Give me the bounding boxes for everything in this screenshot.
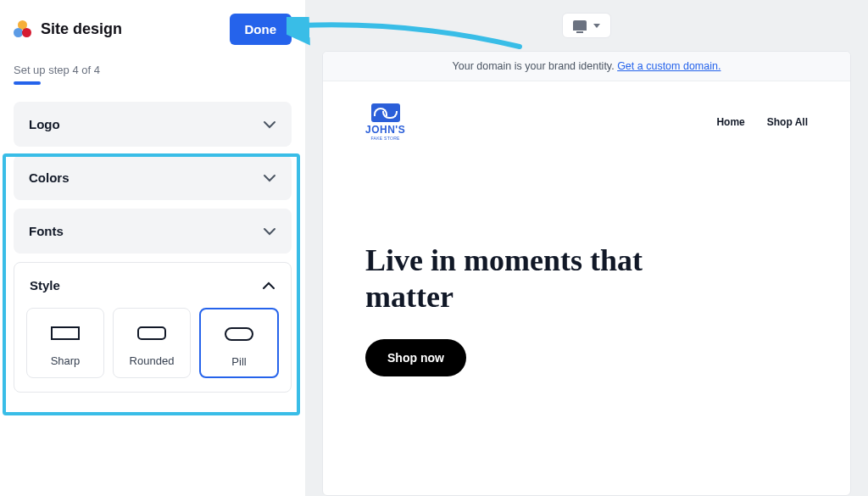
shop-now-button[interactable]: Shop now bbox=[365, 339, 466, 376]
design-sidebar: Site design Done Set up step 4 of 4 Logo… bbox=[0, 0, 305, 496]
setup-progress-fill bbox=[14, 81, 41, 85]
style-options: Sharp Rounded Pill bbox=[14, 308, 291, 392]
style-name-rounded: Rounded bbox=[114, 354, 190, 367]
style-option-sharp[interactable]: Sharp bbox=[26, 308, 104, 378]
desktop-icon bbox=[573, 20, 587, 31]
site-name: JOHN'S bbox=[365, 124, 405, 136]
site-body: JOHN'S FAKE STORE Home Shop All Live in … bbox=[323, 81, 850, 495]
style-preview-pill-icon bbox=[201, 321, 277, 347]
setup-step-wrap: Set up step 4 of 4 bbox=[14, 64, 292, 85]
site-logo[interactable]: JOHN'S FAKE STORE bbox=[365, 103, 405, 141]
style-name-pill: Pill bbox=[201, 355, 277, 368]
setup-progress-bar bbox=[14, 81, 292, 85]
style-preview-rounded-icon bbox=[114, 320, 190, 346]
caret-down-icon bbox=[593, 24, 600, 28]
style-option-rounded[interactable]: Rounded bbox=[113, 308, 191, 378]
site-preview-frame: Your domain is your brand identity. Get … bbox=[322, 51, 851, 496]
chevron-down-icon bbox=[263, 227, 276, 236]
hero-title: Live in moments that matter bbox=[365, 242, 730, 315]
style-preview-sharp-icon bbox=[27, 320, 103, 346]
done-button[interactable]: Done bbox=[230, 14, 292, 45]
accordion-label-style: Style bbox=[30, 278, 60, 293]
accordion-item-colors[interactable]: Colors bbox=[14, 155, 292, 200]
nav-shop-all[interactable]: Shop All bbox=[767, 116, 808, 128]
get-domain-link[interactable]: Get a custom domain. bbox=[617, 60, 721, 72]
chevron-down-icon bbox=[263, 120, 276, 129]
page-title: Site design bbox=[41, 20, 122, 38]
sidebar-title-wrap: Site design bbox=[14, 20, 122, 39]
style-option-pill[interactable]: Pill bbox=[199, 308, 279, 378]
setup-step-text: Set up step 4 of 4 bbox=[14, 64, 292, 76]
preview-panel: Your domain is your brand identity. Get … bbox=[305, 0, 868, 496]
chevron-down-icon bbox=[263, 174, 276, 182]
app-logo-icon bbox=[14, 20, 32, 39]
accordion-item-fonts[interactable]: Fonts bbox=[14, 209, 292, 254]
sidebar-header: Site design Done bbox=[14, 14, 292, 59]
nav-home[interactable]: Home bbox=[716, 116, 744, 128]
accordion-label-colors: Colors bbox=[29, 170, 70, 185]
design-accordion: Logo Colors Fonts Style bbox=[14, 102, 292, 393]
site-tagline: FAKE STORE bbox=[370, 136, 399, 141]
chevron-up-icon bbox=[262, 281, 275, 290]
domain-banner-text: Your domain is your brand identity. bbox=[453, 60, 618, 72]
domain-banner: Your domain is your brand identity. Get … bbox=[323, 52, 850, 81]
accordion-label-logo: Logo bbox=[29, 117, 60, 131]
accordion-item-logo[interactable]: Logo bbox=[14, 102, 292, 147]
accordion-label-fonts: Fonts bbox=[29, 224, 64, 238]
accordion-head-style[interactable]: Style bbox=[14, 263, 291, 308]
site-nav: Home Shop All bbox=[716, 116, 808, 128]
accordion-item-style: Style Sharp Rounded Pill bbox=[14, 262, 292, 393]
viewport-bar bbox=[305, 0, 868, 51]
site-header: JOHN'S FAKE STORE Home Shop All bbox=[365, 103, 808, 141]
site-logo-icon bbox=[371, 103, 400, 122]
viewport-selector[interactable] bbox=[562, 13, 611, 38]
style-name-sharp: Sharp bbox=[27, 354, 103, 367]
